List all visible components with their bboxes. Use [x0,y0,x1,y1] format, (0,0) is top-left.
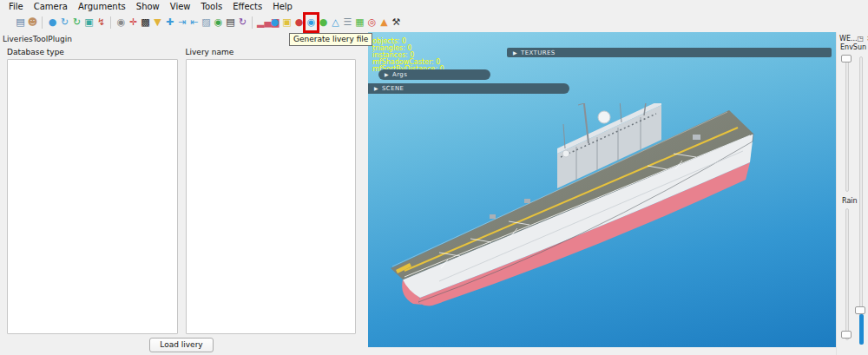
status-strip [368,347,836,355]
axis-3d-icon[interactable]: △ [330,15,341,30]
user-icon[interactable]: ☻ [27,15,38,30]
rain-slider-track[interactable] [845,208,849,340]
args-panel-header[interactable]: ▶Args [378,69,490,80]
refresh-icon[interactable]: ↻ [59,15,70,30]
env-label: Env [840,43,853,54]
copy-yellow-icon[interactable]: ▣ [281,15,293,30]
toolbar-separator [249,16,256,30]
expand-arrow-icon: ▶ [385,71,389,77]
filter-icon[interactable]: ▼ [152,15,163,30]
arrow-back-icon[interactable]: ⇤ [188,15,200,30]
toolbar-separator [39,16,46,30]
rain-slider-handle[interactable] [841,331,852,339]
menu-help[interactable]: Help [267,2,298,11]
sphere-red-icon[interactable]: ● [293,15,305,30]
target-red-icon[interactable]: ◎ [366,15,378,30]
env-slider-handle[interactable] [841,55,852,62]
camera-icon[interactable]: ◉ [115,15,127,30]
rgb-colors-icon[interactable]: ◉ [213,15,224,30]
list-icon[interactable]: ☰ [342,15,353,30]
tooltip-generate-livery: Generate livery file [289,33,372,46]
grid-green-icon[interactable]: ▦ [354,15,365,30]
load-livery-button[interactable]: Load livery [149,338,213,352]
exit-runner-icon[interactable]: ↯ [95,15,107,30]
rain-label: Rain [842,197,858,205]
clamp-tool-icon[interactable]: ⚒ [391,15,402,30]
menu-bar: File Camera Arguments Show View Tools Ef… [0,0,868,13]
ship-model [387,103,760,312]
generate-livery-icon[interactable]: ◉ [306,15,317,30]
weather-panel-title: WE... [839,35,858,43]
env-slider-track[interactable] [845,56,849,192]
menu-tools[interactable]: Tools [196,2,228,11]
sun-slider-handle[interactable] [855,306,865,314]
menu-file[interactable]: File [3,2,29,11]
dot-blue-icon[interactable]: ● [269,15,280,30]
sun-slider-track[interactable] [859,56,863,345]
scene-panel-header[interactable]: ▶SCENE [368,83,569,94]
database-type-list[interactable] [7,59,178,334]
menu-arguments[interactable]: Arguments [73,2,131,11]
livery-name-label: Livery name [186,46,357,59]
arrow-forward-icon[interactable]: ⇥ [176,15,187,30]
menu-camera[interactable]: Camera [29,2,73,11]
beacon-stack-icon[interactable]: ▲ [378,15,390,30]
textures-panel-header[interactable]: ▶TEXTURES [507,48,832,57]
photo-icon[interactable]: ▨ [201,15,212,30]
rotate-purple-icon[interactable]: ↻ [237,15,248,30]
screen-capture-icon[interactable]: ▣ [83,15,95,30]
rotate-green-icon[interactable]: ↻ [71,15,82,30]
3d-viewport[interactable]: objects: 0 triangles: 0 instances: 0 mfS… [368,32,836,347]
sphere-green-icon[interactable]: ● [318,15,329,30]
float-panel-icon[interactable]: ◳ [858,35,865,43]
render-stats: objects: 0 triangles: 0 instances: 0 mfS… [372,38,444,73]
crosshair-icon[interactable]: ✛ [128,15,139,30]
toolbar: ▤☻●↻↻▣↯◉✛▩▼✚⇥⇤▨◉▤↻▂▄▆●▣●◉●△☰▦◎▲⚒ [0,13,868,32]
expand-arrow-icon: ▶ [374,85,378,91]
menu-show[interactable]: Show [131,2,165,11]
jack-marker-icon[interactable]: ✚ [164,15,175,30]
database-type-label: Database type [7,46,178,59]
stats-bars-icon[interactable]: ▂▄▆ [257,15,268,30]
livery-name-list[interactable] [186,59,357,334]
toolbar-separator [108,16,115,30]
menu-view[interactable]: View [165,2,196,11]
stripes-image-icon[interactable]: ▤ [225,15,236,30]
liveries-tool-panel: LiveriesToolPlugin ◳ ✕ Database type Liv… [0,32,363,355]
expand-arrow-icon: ▶ [513,49,517,56]
sphere-blue-icon[interactable]: ● [47,15,58,30]
save-icon[interactable]: ▤ [15,15,26,30]
sun-label: Sun [853,43,866,54]
sun-slider-fill [859,314,864,345]
menu-effects[interactable]: Effects [227,2,267,11]
texture-swatch-icon[interactable]: ▩ [140,15,151,30]
weather-panel: WE... ◳ ✕ Env Sun Rain [836,32,868,355]
